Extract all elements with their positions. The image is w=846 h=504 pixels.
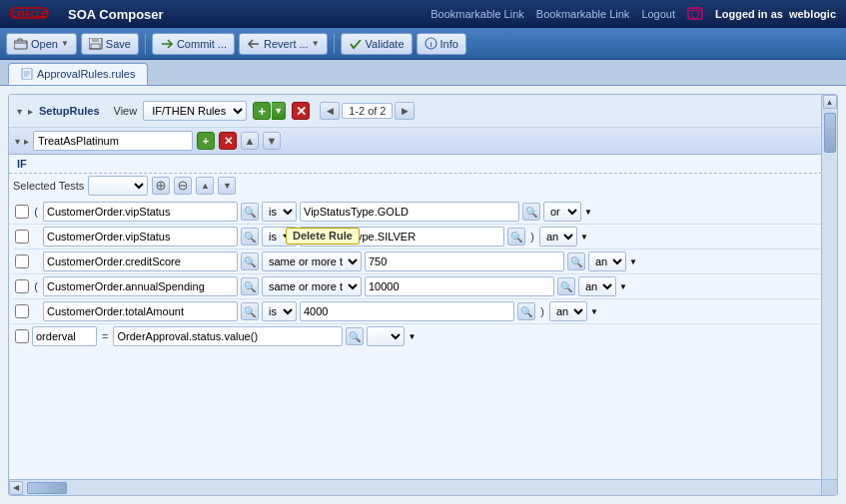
cond-op-2[interactable]: is [262,227,297,247]
cond-logic-arrow-1[interactable]: ▼ [584,208,592,217]
cond-value-1[interactable] [300,202,519,222]
cond-logic-arrow-2[interactable]: ▼ [580,233,588,242]
approval-rules-tab[interactable]: ApprovalRules.rules [8,63,148,85]
toolbar-separator-1 [145,34,146,54]
setup-rules-label: SetupRules [39,105,100,117]
collapse-icon[interactable]: ▾ [17,106,22,117]
revert-button[interactable]: Revert ... ▼ [239,33,328,55]
prev-page-btn[interactable]: ◀ [320,102,340,120]
orderval-value-input[interactable] [113,326,343,346]
scroll-thumb-v[interactable] [824,113,836,153]
scroll-up-btn[interactable]: ▲ [823,95,837,109]
add-rule-group: + ▼ [253,102,286,120]
cond-op-1[interactable]: is [262,202,297,222]
commit-button[interactable]: Commit ... [152,33,235,55]
save-button[interactable]: Save [81,33,139,55]
rule-add-button[interactable]: + [197,132,215,150]
cond-check-5[interactable] [15,304,29,318]
cond-search2-1[interactable]: 🔍 [522,203,540,221]
cond-check-2[interactable] [15,230,29,244]
cond-logic-arrow-4[interactable]: ▼ [619,282,627,291]
cond-field-3[interactable] [43,252,238,271]
view-select[interactable]: IF/THEN Rules [143,101,247,121]
rule-name-input[interactable] [33,131,193,151]
cond-search-9[interactable]: 🔍 [241,302,259,320]
cond-search2-4[interactable]: 🔍 [557,277,575,295]
next-page-btn[interactable]: ▶ [395,102,415,120]
cond-op-4[interactable]: same or more than [262,276,362,296]
orderval-search-btn[interactable]: 🔍 [346,327,364,345]
revert-icon [247,38,261,50]
plus-filter-icon [156,181,166,191]
rule-down-button[interactable]: ▼ [263,132,281,150]
cond-op-5[interactable]: is [262,301,297,321]
brand-area: ORACLE SOA Composer [10,5,164,24]
cond-dn-btn[interactable]: ▼ [218,177,236,195]
orderval-type-select[interactable] [367,326,405,346]
cond-op-3[interactable]: same or more than [262,252,362,271]
orderval-type-arrow[interactable]: ▼ [408,332,416,341]
cond-lparen-4: ( [32,280,40,292]
revert-arrow[interactable]: ▼ [312,39,320,48]
cond-search2-3[interactable]: 🔍 [567,252,585,270]
tests-select[interactable] [88,176,148,196]
rules-file-icon [21,68,33,80]
cond-logic-2[interactable]: and [539,227,577,247]
rule-collapse-icon[interactable]: ▾ [15,136,20,147]
cond-lparen-2 [32,231,40,243]
orderval-check[interactable] [15,329,29,343]
cond-search-7[interactable]: 🔍 [241,277,259,295]
add-rule-split[interactable]: ▼ [272,102,286,120]
cond-rparen-5: ) [538,305,546,317]
cond-field-4[interactable] [43,276,238,296]
info-button[interactable]: i Info [417,33,466,55]
open-button[interactable]: Open ▼ [6,33,77,55]
cond-row-3: 🔍 same or more than 🔍 and ▼ [13,250,833,274]
orderval-var-input[interactable] [32,326,97,346]
cond-value-5[interactable] [300,301,514,321]
cond-field-2[interactable] [43,227,238,247]
toolbar-separator-2 [334,34,335,54]
validate-button[interactable]: Validate [341,33,413,55]
cond-logic-3[interactable]: and [588,252,626,271]
bookmarkable-link-text[interactable]: Bookmarkable Link [536,8,630,20]
cond-value-2[interactable] [300,227,504,247]
scroll-thumb-h[interactable] [27,482,67,494]
cond-check-4[interactable] [15,279,29,293]
expand-icon2[interactable]: ▸ [28,106,33,117]
scroll-left-btn[interactable]: ◀ [9,481,23,495]
open-arrow[interactable]: ▼ [61,39,69,48]
rule-expand-icon[interactable]: ▸ [24,136,29,147]
rule-delete-button[interactable]: ✕ Delete Rule [219,132,237,150]
cond-search2-5[interactable]: 🔍 [517,302,535,320]
cond-search-5[interactable]: 🔍 [241,252,259,270]
cond-field-1[interactable] [43,202,238,222]
logout-btn[interactable]: Logout [641,8,675,20]
cond-lparen-5 [32,305,40,317]
test-nav-btn-2[interactable] [174,177,192,195]
cond-logic-4[interactable]: and [578,276,616,296]
cond-logic-5[interactable]: and [549,301,587,321]
browser-icon [687,7,703,21]
cond-check-3[interactable] [15,254,29,268]
cond-search-3[interactable]: 🔍 [241,228,259,246]
equals-sign: = [102,330,108,342]
cond-value-4[interactable] [365,276,554,296]
cond-logic-arrow-3[interactable]: ▼ [629,257,637,266]
cond-up-btn[interactable]: ▲ [196,177,214,195]
oracle-logo: ORACLE [10,5,62,24]
delete-rule-btn[interactable]: ✕ [292,102,310,120]
cond-logic-1[interactable]: or [543,202,581,222]
test-nav-btn-1[interactable] [152,177,170,195]
cond-search2-2[interactable]: 🔍 [507,228,525,246]
cond-logic-arrow-5[interactable]: ▼ [590,307,598,316]
view-label: View [114,105,138,117]
cond-value-3[interactable] [365,252,564,271]
cond-field-5[interactable] [43,301,238,321]
add-rule-button[interactable]: + [253,102,271,120]
cond-check-1[interactable] [15,205,29,219]
if-label: IF [9,155,837,174]
rule-up-button[interactable]: ▲ [241,132,259,150]
bookmarkable-link[interactable]: Bookmarkable Link [430,8,524,20]
cond-search-1[interactable]: 🔍 [241,203,259,221]
